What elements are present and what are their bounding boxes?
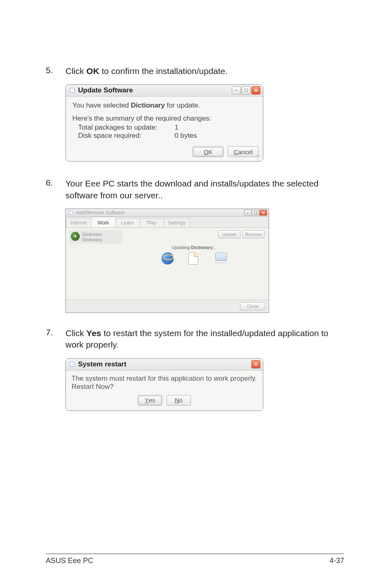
- yes-rest: es: [149, 397, 155, 404]
- step-5-number: 5.: [46, 65, 65, 77]
- step-7-number: 7.: [46, 328, 65, 351]
- dialog1-body: You have selected Dictionary for update.…: [66, 97, 263, 144]
- document-icon: [188, 252, 198, 265]
- dialog1-title: Update Software: [78, 86, 133, 94]
- dialog3-message: The system must restart for this applica…: [72, 375, 257, 391]
- dialog2-tabs: Internet Work Learn Play Settings: [66, 217, 269, 228]
- step-5: 5. Click OK to confirm the installation/…: [46, 65, 344, 77]
- no-rest: o: [179, 397, 182, 404]
- footer-left: ASUS Eee PC: [46, 557, 93, 565]
- step7-prefix: Click: [65, 328, 86, 338]
- step5-bold: OK: [86, 66, 99, 76]
- maximize-button[interactable]: ☐: [242, 86, 251, 94]
- close-button[interactable]: ✕: [260, 210, 267, 215]
- step-7-text: Click Yes to restart the system for the …: [65, 328, 344, 351]
- system-restart-dialog: System restart ✕ The system must restart…: [65, 358, 263, 411]
- cancel-button[interactable]: Cancel: [228, 146, 259, 157]
- close-button[interactable]: ✕: [251, 86, 260, 94]
- yes-button[interactable]: Yes: [138, 395, 162, 406]
- tab-work[interactable]: Work: [91, 217, 116, 227]
- computer-icon: [213, 253, 227, 264]
- dialog1-line1-suffix: for update.: [165, 101, 200, 109]
- dialog1-window-buttons: – ☐ ✕: [232, 86, 260, 94]
- step5-prefix: Click: [65, 66, 86, 76]
- dialog1-line1-prefix: You have selected: [72, 101, 131, 109]
- step7-suffix: to restart the system for the installed/…: [65, 328, 328, 349]
- list-item-texts: Dictionary Dictionary: [82, 232, 102, 242]
- dialog1-row2-value: 0 bytes: [175, 132, 256, 140]
- cancel-underline: C: [234, 148, 238, 155]
- dialog2-titlebar: Add/Remove Software – ☐ ✕: [66, 209, 269, 217]
- dialog1-line2: Here's the summary of the required chang…: [72, 114, 256, 123]
- footer-right: 4-37: [329, 557, 344, 565]
- ok-underline: O: [204, 148, 208, 155]
- close-button[interactable]: ✕: [251, 360, 260, 368]
- step-6-text: Your Eee PC starts the download and inst…: [65, 178, 344, 201]
- resize-grip-icon[interactable]: [257, 155, 262, 160]
- step-5-text: Click OK to confirm the installation/upd…: [65, 65, 228, 77]
- dialog1-row2-label: Disk space required:: [78, 132, 175, 140]
- globe-icon: [161, 252, 174, 265]
- dialog2-window-buttons: – ☐ ✕: [244, 210, 267, 215]
- step-6: 6. Your Eee PC starts the download and i…: [46, 178, 344, 201]
- list-item-title: Dictionary: [82, 232, 102, 237]
- dialog2-title: Add/Remove Software: [76, 210, 125, 215]
- maximize-button[interactable]: ☐: [252, 210, 259, 215]
- dialog2-body: ✦ Dictionary Dictionary Update Remove Up…: [66, 228, 269, 300]
- minimize-button[interactable]: –: [232, 86, 241, 94]
- status-icons: [125, 252, 264, 265]
- tab-internet[interactable]: Internet: [66, 218, 92, 227]
- page-footer: ASUS Eee PC 4-37: [46, 554, 344, 565]
- dialog3-title: System restart: [78, 360, 126, 368]
- update-button[interactable]: Update: [218, 230, 240, 238]
- dialog1-line1-bold: Dictionary: [131, 101, 165, 109]
- dialog2-right-pane: Update Remove Updating Dictionary...: [123, 230, 265, 297]
- no-underline: N: [175, 397, 179, 404]
- update-software-dialog: Update Software – ☐ ✕ You have selected …: [65, 84, 263, 162]
- status-suffix: ...: [213, 245, 217, 250]
- step-7: 7. Click Yes to restart the system for t…: [46, 328, 344, 351]
- minimize-button[interactable]: –: [244, 210, 251, 215]
- dialog2-footer: Close: [66, 300, 269, 312]
- status-prefix: Updating: [172, 245, 191, 250]
- ok-rest: K: [208, 148, 213, 155]
- dialog3-actions: Yes No: [72, 395, 257, 406]
- yes-underline: Y: [145, 397, 149, 404]
- cancel-rest: ancel: [238, 148, 253, 155]
- dialog3-window-buttons: ✕: [251, 360, 260, 368]
- dialog3-app-icon: [70, 362, 75, 367]
- dialog2-app-icon: [69, 211, 73, 215]
- add-remove-software-dialog: Add/Remove Software – ☐ ✕ Internet Work …: [65, 209, 269, 313]
- status-bold: Dictionary: [191, 245, 213, 250]
- tab-settings[interactable]: Settings: [164, 218, 190, 227]
- no-button[interactable]: No: [166, 395, 191, 406]
- software-list: ✦ Dictionary Dictionary: [69, 230, 123, 297]
- status-text: Updating Dictionary...: [125, 245, 264, 250]
- step-6-number: 6.: [46, 178, 65, 201]
- dialog1-row1-value: 1: [175, 123, 256, 132]
- dialog1-line1: You have selected Dictionary for update.: [72, 101, 256, 110]
- dialog3-body: The system must restart for this applica…: [66, 370, 263, 411]
- dialog1-titlebar: Update Software – ☐ ✕: [66, 85, 263, 97]
- list-item[interactable]: ✦ Dictionary Dictionary: [69, 230, 123, 244]
- step7-bold: Yes: [86, 328, 101, 338]
- ok-button[interactable]: OK: [193, 146, 224, 157]
- update-remove-buttons: Update Remove: [218, 230, 264, 238]
- dialog1-row1: Total packages to update: 1: [72, 123, 256, 132]
- step5-suffix: to confirm the installation/update.: [99, 66, 228, 76]
- update-status: Updating Dictionary...: [125, 245, 264, 265]
- dialog1-row2: Disk space required: 0 bytes: [72, 132, 256, 140]
- tab-play[interactable]: Play: [139, 218, 164, 227]
- dialog1-app-icon: [70, 88, 75, 93]
- dialog3-titlebar: System restart ✕: [66, 359, 263, 370]
- dialog1-row1-label: Total packages to update:: [78, 123, 175, 132]
- dictionary-icon: ✦: [71, 232, 80, 241]
- close-button[interactable]: Close: [240, 302, 265, 310]
- dialog1-actions: OK Cancel: [66, 144, 263, 161]
- remove-button[interactable]: Remove: [242, 230, 264, 238]
- list-item-sub: Dictionary: [82, 237, 102, 242]
- tab-learn[interactable]: Learn: [115, 218, 140, 227]
